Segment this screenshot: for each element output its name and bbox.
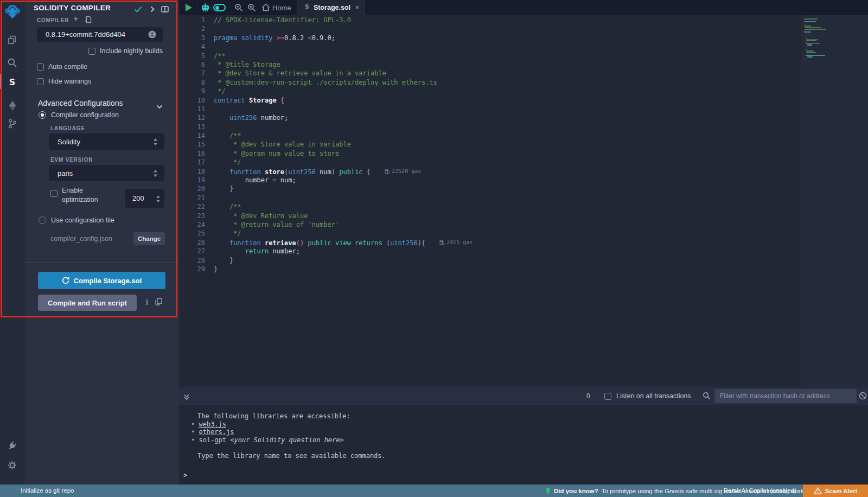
include-nightly-checkbox[interactable]	[88, 48, 95, 55]
git-icon[interactable]	[0, 116, 24, 132]
include-nightly-label: Include nightly builds	[100, 47, 163, 55]
transaction-filter-input[interactable]	[714, 389, 857, 403]
code-line[interactable]: 7 * @dev Store & retrieve value in a var…	[179, 69, 801, 78]
minimap-line	[807, 44, 812, 46]
terminal-spacer	[179, 405, 868, 412]
minimap-line	[806, 52, 816, 53]
code-line[interactable]: 27 return number;	[179, 247, 801, 256]
code-line[interactable]: 4	[179, 42, 801, 51]
auto-compile-checkbox[interactable]	[37, 63, 44, 71]
code-line[interactable]: 28 }	[179, 256, 801, 265]
minimap-line	[804, 48, 842, 49]
code-line[interactable]: 1// SPDX-License-Identifier: GPL-3.0	[179, 16, 801, 24]
terminal-lines: The following libraries are accessible:•…	[179, 412, 868, 460]
compile-button[interactable]: Compile Storage.sol	[38, 272, 165, 289]
language-select[interactable]: Solidity	[49, 133, 164, 150]
code-line[interactable]: 22 /**	[179, 202, 801, 211]
git-init-status[interactable]: Initialize as git repo	[21, 487, 74, 494]
code-line[interactable]: 17 */	[179, 158, 801, 167]
code-line[interactable]: 5/**	[179, 52, 801, 60]
copilot-status[interactable]: RemixAI Copilot (enabled)	[724, 487, 796, 494]
auto-compile-label: Auto compile	[48, 63, 87, 71]
code-line[interactable]: 18 function store(uint256 num) public {2…	[179, 167, 801, 176]
code-line[interactable]: 26 function retrieve() public view retur…	[179, 238, 801, 247]
evm-version-select[interactable]: paris	[49, 165, 164, 181]
minimap[interactable]	[801, 15, 868, 387]
terminal[interactable]: The following libraries are accessible:•…	[179, 405, 868, 485]
terminal-search-icon[interactable]	[703, 392, 711, 402]
solidity-compiler-icon[interactable]: S	[0, 74, 24, 90]
scam-alert-button[interactable]: Scam Alert	[803, 485, 868, 497]
terminal-link[interactable]: ethers.js	[199, 428, 234, 436]
ai-robot-icon[interactable]	[201, 3, 210, 14]
copilot-toggle[interactable]	[213, 4, 226, 11]
code-line[interactable]: 25 */	[179, 229, 801, 238]
code-line[interactable]: 2	[179, 24, 801, 33]
file-explorer-icon[interactable]	[0, 31, 24, 48]
panel-divider	[24, 262, 179, 263]
code-line[interactable]: 8 * @custom:dev-run-script ./scripts/dep…	[179, 78, 801, 87]
code-line[interactable]: 29}	[179, 265, 801, 273]
code-line[interactable]: 11	[179, 105, 801, 113]
expand-terminal-icon[interactable]	[183, 393, 190, 403]
active-plugin-indicator	[0, 74, 2, 89]
compiler-version-select[interactable]: 0.8.19+commit.7dd6d404	[37, 27, 163, 42]
remix-logo-icon[interactable]	[0, 2, 24, 21]
code-line[interactable]: 3pragma solidity >=0.8.2 <0.9.0;	[179, 34, 801, 42]
plugin-manager-icon[interactable]	[0, 437, 24, 454]
zoom-in-icon[interactable]	[247, 3, 256, 14]
zoom-out-icon[interactable]	[234, 3, 243, 14]
code-editor[interactable]: 1// SPDX-License-Identifier: GPL-3.023pr…	[179, 15, 868, 387]
search-icon[interactable]	[0, 54, 24, 71]
code-line[interactable]: 20 }	[179, 184, 801, 193]
copy-icon[interactable]	[155, 298, 162, 308]
clear-terminal-icon[interactable]	[859, 392, 867, 402]
change-config-button[interactable]: Change	[133, 232, 165, 245]
listen-transactions-label: Listen on all transactions	[616, 392, 691, 400]
hide-warnings-checkbox[interactable]	[37, 78, 44, 85]
minimap-line	[806, 58, 806, 59]
pin-panel-icon[interactable]	[161, 5, 169, 15]
topbar-separator	[231, 2, 231, 13]
code-line[interactable]: 16 * @param num value to store	[179, 149, 801, 158]
minimap-line	[805, 27, 821, 28]
home-icon[interactable]	[261, 3, 270, 14]
code-line[interactable]: 23 * @dev Return value	[179, 212, 801, 220]
run-script-play-button[interactable]	[186, 4, 192, 11]
code-line[interactable]: 13	[179, 123, 801, 131]
runs-stepper-icon[interactable]	[156, 195, 161, 205]
tab-close-icon[interactable]: ×	[355, 3, 359, 11]
code-line[interactable]: 15 * @dev Store value in variable	[179, 140, 801, 149]
version-select-arrows-icon	[148, 30, 156, 39]
scam-alert-label: Scam Alert	[825, 488, 858, 494]
code-line[interactable]: 21	[179, 194, 801, 202]
deploy-run-icon[interactable]	[0, 98, 24, 114]
info-icon[interactable]: i	[145, 298, 149, 306]
advanced-configurations-title[interactable]: Advanced Configurations	[38, 99, 123, 107]
enable-optimization-checkbox[interactable]	[50, 190, 58, 197]
settings-gear-icon[interactable]	[0, 457, 24, 473]
compiler-configuration-radio[interactable]	[39, 111, 46, 119]
advanced-chevron-down-icon[interactable]	[156, 101, 163, 111]
code-line[interactable]: 10contract Storage {	[179, 96, 801, 105]
listen-transactions-checkbox[interactable]	[604, 393, 611, 400]
panel-chevron-right-icon[interactable]	[150, 5, 155, 15]
terminal-prompt[interactable]: >	[183, 471, 187, 479]
code-line[interactable]: 9 */	[179, 87, 801, 95]
code-line[interactable]: 19 number = num;	[179, 176, 801, 184]
code-line[interactable]: 12 uint256 number;	[179, 113, 801, 122]
use-configuration-file-radio[interactable]	[39, 216, 46, 224]
minimap-line	[806, 35, 812, 36]
open-file-icon[interactable]	[84, 16, 92, 26]
config-file-name: compiler_config.json	[50, 235, 112, 243]
terminal-link[interactable]: web3.js	[199, 420, 226, 428]
compile-and-run-button[interactable]: Compile and Run script	[38, 295, 137, 311]
gas-estimate: 22520 gas	[385, 167, 421, 176]
code-line[interactable]: 6 * @title Storage	[179, 60, 801, 69]
code-line[interactable]: 24 * @return value of 'number'	[179, 220, 801, 229]
terminal-line: • sol-gpt <your Solidity question here>	[179, 436, 868, 444]
code-line[interactable]: 14 /**	[179, 131, 801, 140]
add-compiler-icon[interactable]: +	[73, 14, 78, 24]
home-tab-label[interactable]: Home	[272, 4, 291, 12]
tab-storage-sol[interactable]: S Storage.sol ×	[297, 0, 365, 15]
